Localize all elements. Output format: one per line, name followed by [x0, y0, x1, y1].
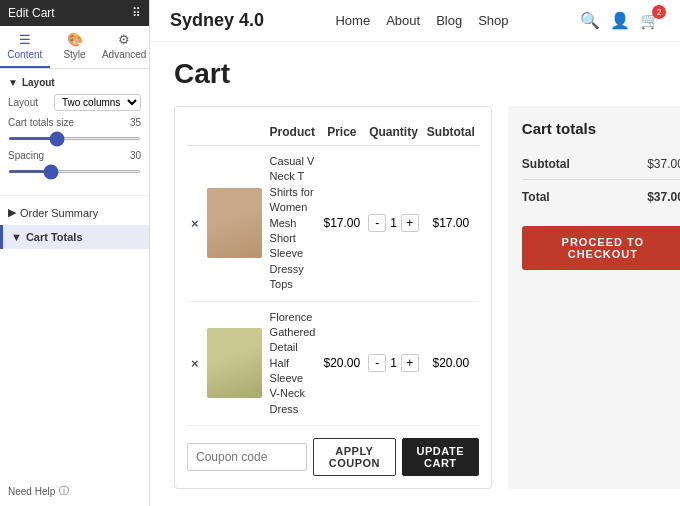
- nav-about[interactable]: About: [386, 13, 420, 28]
- product-subtotal-1: $17.00: [423, 146, 479, 302]
- need-help-label: Need Help: [8, 486, 55, 497]
- product-name-2: Florence Gathered Detail Half Sleeve V-N…: [266, 301, 320, 426]
- cart-totals-size-label: Cart totals size: [8, 117, 74, 128]
- grid-icon: ⠿: [132, 6, 141, 20]
- spacing-label: Spacing: [8, 150, 44, 161]
- sidebar-item-order-summary[interactable]: ▶ Order Summary: [0, 200, 149, 225]
- col-product: Product: [266, 119, 320, 146]
- style-icon: 🎨: [52, 32, 98, 47]
- tab-advanced-label: Advanced: [102, 49, 146, 60]
- col-subtotal: Subtotal: [423, 119, 479, 146]
- content-icon: ☰: [2, 32, 48, 47]
- col-remove: [187, 119, 203, 146]
- product-img-2: [207, 328, 262, 398]
- col-price: Price: [319, 119, 364, 146]
- layout-label: Layout: [8, 97, 38, 108]
- main-content: Sydney 4.0 Home About Blog Shop 🔍 👤 🛒 2 …: [150, 0, 680, 506]
- cart-badge: 2: [652, 5, 666, 19]
- chevron-down-icon: ▼: [11, 231, 22, 243]
- site-title: Sydney 4.0: [170, 10, 264, 31]
- layout-section-header: ▼ Layout: [8, 77, 141, 88]
- help-icon: ⓘ: [59, 484, 69, 498]
- page-title: Cart: [174, 58, 656, 90]
- page-content: Cart Product Price Quantity Subtotal: [150, 42, 680, 505]
- qty-control-2: - 1 +: [368, 354, 419, 372]
- subtotal-value: $37.00: [647, 157, 680, 171]
- coupon-row: APPLY COUPON UPDATE CART: [187, 438, 479, 476]
- sidebar-divider: [0, 195, 149, 196]
- coupon-input[interactable]: [187, 443, 307, 471]
- subtotal-label: Subtotal: [522, 157, 570, 171]
- search-icon[interactable]: 🔍: [580, 11, 600, 30]
- qty-plus-1[interactable]: +: [401, 214, 419, 232]
- remove-btn-2[interactable]: ×: [191, 356, 199, 371]
- top-nav: Sydney 4.0 Home About Blog Shop 🔍 👤 🛒 2: [150, 0, 680, 42]
- order-summary-label: Order Summary: [20, 207, 98, 219]
- arrow-icon: ▼: [8, 77, 18, 88]
- total-row: Total $37.00: [522, 180, 680, 212]
- spacing-row: Spacing 30: [8, 150, 141, 175]
- sidebar-header: Edit Cart ⠿: [0, 0, 149, 26]
- sidebar-footer: Need Help ⓘ: [0, 476, 149, 506]
- nav-shop[interactable]: Shop: [478, 13, 508, 28]
- advanced-icon: ⚙: [101, 32, 147, 47]
- layout-section-label: Layout: [22, 77, 55, 88]
- cart-totals-size-row: Cart totals size 35: [8, 117, 141, 142]
- sidebar-item-cart-totals[interactable]: ▼ Cart Totals: [0, 225, 149, 249]
- product-price-1: $17.00: [319, 146, 364, 302]
- product-img-1: [207, 188, 262, 258]
- cart-totals-size-slider[interactable]: [8, 137, 141, 140]
- product-name-1: Casual V Neck T Shirts for Women Mesh Sh…: [266, 146, 320, 302]
- product-price-2: $20.00: [319, 301, 364, 426]
- cart-table-wrap: Product Price Quantity Subtotal ×: [174, 106, 492, 489]
- chevron-right-icon: ▶: [8, 206, 16, 219]
- cart-layout: Product Price Quantity Subtotal ×: [174, 106, 656, 489]
- nav-links: Home About Blog Shop: [335, 13, 508, 28]
- nav-home[interactable]: Home: [335, 13, 370, 28]
- tab-style[interactable]: 🎨 Style: [50, 26, 100, 68]
- cart-totals-panel: Cart totals Subtotal $37.00 Total $37.00…: [508, 106, 680, 489]
- cart-icon-wrap[interactable]: 🛒 2: [640, 11, 660, 30]
- subtotal-row: Subtotal $37.00: [522, 149, 680, 180]
- product-subtotal-2: $20.00: [423, 301, 479, 426]
- cart-totals-label: Cart Totals: [26, 231, 83, 243]
- qty-minus-2[interactable]: -: [368, 354, 386, 372]
- update-cart-button[interactable]: UPDATE CART: [402, 438, 479, 476]
- spacing-value: 30: [130, 150, 141, 161]
- cart-totals-size-value: 35: [130, 117, 141, 128]
- cart-table: Product Price Quantity Subtotal ×: [187, 119, 479, 426]
- table-row: × Florence Gathered Detail Half Sleeve V…: [187, 301, 479, 426]
- remove-btn-1[interactable]: ×: [191, 216, 199, 231]
- user-icon[interactable]: 👤: [610, 11, 630, 30]
- total-label: Total: [522, 190, 550, 204]
- qty-value-1: 1: [390, 216, 397, 230]
- qty-minus-1[interactable]: -: [368, 214, 386, 232]
- sidebar-layout-section: ▼ Layout Layout Two columns Cart totals …: [0, 69, 149, 191]
- spacing-slider[interactable]: [8, 170, 141, 173]
- tab-content-label: Content: [7, 49, 42, 60]
- tab-content[interactable]: ☰ Content: [0, 26, 50, 68]
- tab-advanced[interactable]: ⚙ Advanced: [99, 26, 149, 68]
- apply-coupon-button[interactable]: APPLY COUPON: [313, 438, 396, 476]
- layout-select[interactable]: Two columns: [54, 94, 141, 111]
- table-row: × Casual V Neck T Shirts for Women Mesh …: [187, 146, 479, 302]
- checkout-button[interactable]: PROCEED TO CHECKOUT: [522, 226, 680, 270]
- tab-style-label: Style: [63, 49, 85, 60]
- col-quantity: Quantity: [364, 119, 423, 146]
- sidebar-title: Edit Cart: [8, 6, 55, 20]
- col-img: [203, 119, 266, 146]
- cart-totals-title: Cart totals: [522, 120, 680, 137]
- total-value: $37.00: [647, 190, 680, 204]
- nav-icons: 🔍 👤 🛒 2: [580, 11, 660, 30]
- qty-value-2: 1: [390, 356, 397, 370]
- nav-blog[interactable]: Blog: [436, 13, 462, 28]
- qty-control-1: - 1 +: [368, 214, 419, 232]
- layout-row: Layout Two columns: [8, 94, 141, 111]
- sidebar-tabs: ☰ Content 🎨 Style ⚙ Advanced: [0, 26, 149, 69]
- qty-plus-2[interactable]: +: [401, 354, 419, 372]
- sidebar: Edit Cart ⠿ ☰ Content 🎨 Style ⚙ Advanced…: [0, 0, 150, 506]
